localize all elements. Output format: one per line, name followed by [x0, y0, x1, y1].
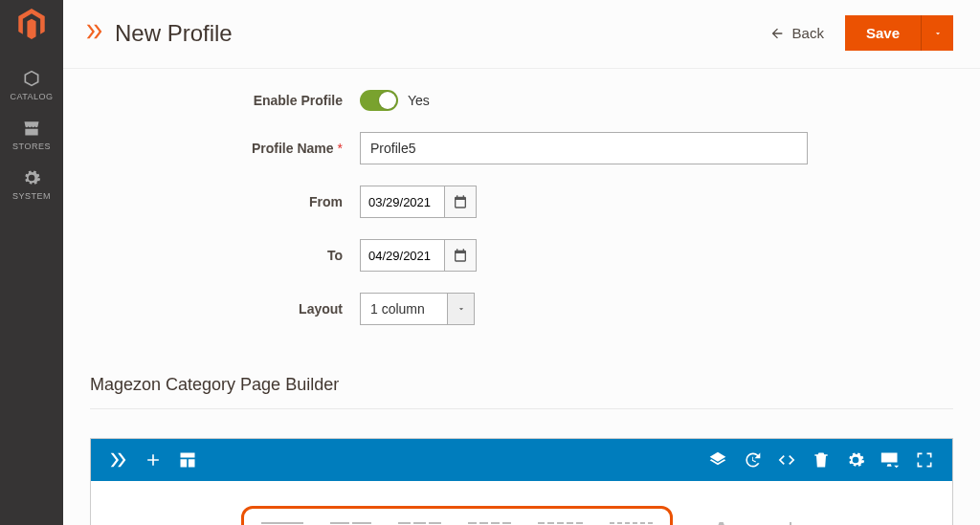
fullscreen-icon — [915, 450, 934, 470]
layout-select-toggle[interactable] — [448, 293, 475, 325]
row-layout: Layout 1 column — [63, 293, 980, 325]
nav-system[interactable]: SYSTEM — [0, 159, 63, 208]
builder-logo-icon[interactable] — [102, 444, 135, 476]
nav-label: CATALOG — [10, 92, 53, 101]
column-layout-picker — [241, 506, 673, 525]
label-enable-profile: Enable Profile — [63, 93, 360, 108]
undo-button[interactable] — [736, 444, 768, 476]
section-heading: Magezon Category Page Builder — [90, 363, 953, 409]
nav-label: SYSTEM — [12, 191, 51, 201]
desktop-icon — [880, 450, 901, 470]
enable-profile-value: Yes — [408, 93, 430, 108]
code-button[interactable] — [770, 444, 803, 476]
calendar-icon — [453, 248, 468, 263]
layers-icon — [708, 450, 727, 470]
builder-canvas: A — [91, 481, 952, 525]
save-button[interactable]: Save — [845, 15, 921, 51]
magezon-logo-icon — [84, 21, 105, 45]
magento-logo-icon — [15, 8, 48, 40]
save-dropdown-toggle[interactable] — [921, 15, 953, 51]
builder-toolbar — [91, 439, 952, 481]
store-icon — [22, 119, 41, 138]
builder-section: Magezon Category Page Builder — [63, 363, 980, 525]
delete-button[interactable] — [805, 444, 837, 476]
responsive-button[interactable] — [874, 444, 906, 476]
cube-icon — [22, 69, 41, 88]
row-to-date: To — [63, 239, 980, 272]
add-row-button[interactable] — [779, 517, 802, 525]
label-from: From — [63, 194, 360, 209]
to-date-picker-button[interactable] — [444, 239, 477, 272]
page-builder: A — [90, 438, 953, 525]
plus-icon — [779, 517, 802, 525]
fullscreen-button[interactable] — [908, 444, 941, 476]
templates-button[interactable] — [171, 444, 204, 476]
layout-icon — [178, 450, 197, 470]
settings-button[interactable] — [839, 444, 872, 476]
row-enable-profile: Enable Profile Yes — [63, 90, 980, 111]
from-date-input[interactable] — [360, 186, 444, 218]
label-to: To — [63, 248, 360, 263]
row-from-date: From — [63, 186, 980, 218]
row-profile-name: Profile Name* — [63, 132, 980, 164]
label-layout: Layout — [63, 301, 360, 317]
back-label: Back — [792, 25, 824, 41]
arrow-left-icon — [769, 26, 785, 41]
nav-stores[interactable]: STORES — [0, 109, 63, 159]
gear-icon — [22, 168, 41, 187]
nav-catalog[interactable]: CATALOG — [0, 59, 63, 109]
text-element-button[interactable]: A — [711, 515, 730, 526]
page-header: New Profile Back Save — [63, 0, 980, 69]
to-date-input[interactable] — [360, 239, 444, 272]
nav-label: STORES — [12, 142, 51, 151]
from-date-picker-button[interactable] — [444, 186, 477, 218]
code-icon — [777, 450, 796, 470]
layers-button[interactable] — [702, 444, 734, 476]
gear-icon — [846, 450, 865, 470]
label-profile-name: Profile Name* — [63, 141, 360, 156]
page-title: New Profile — [115, 20, 769, 47]
profile-form: Enable Profile Yes Profile Name* From — [63, 69, 980, 363]
profile-name-input[interactable] — [360, 132, 808, 164]
caret-down-icon — [933, 29, 943, 38]
add-element-button[interactable] — [137, 444, 169, 476]
plus-icon — [144, 450, 163, 470]
back-button[interactable]: Back — [769, 25, 824, 41]
admin-sidebar: CATALOG STORES SYSTEM — [0, 0, 63, 525]
main-panel: New Profile Back Save Enable Profile Yes — [63, 0, 980, 525]
caret-down-icon — [457, 304, 466, 314]
calendar-icon — [453, 194, 468, 209]
enable-profile-toggle[interactable] — [360, 90, 398, 111]
history-icon — [743, 450, 762, 470]
save-button-group: Save — [845, 15, 953, 51]
layout-select[interactable]: 1 column — [360, 293, 448, 325]
trash-icon — [812, 450, 831, 470]
